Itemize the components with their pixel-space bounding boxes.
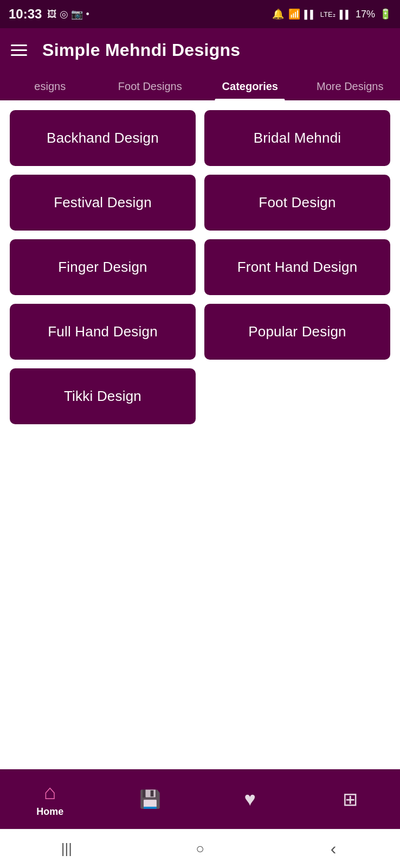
tab-bar: esigns Foot Designs Categories More Desi… — [0, 72, 400, 100]
notification-icons: 🖼 ◎ 📷 • — [47, 8, 89, 20]
android-recent-button[interactable]: ||| — [53, 835, 80, 863]
android-back-button[interactable]: ‹ — [320, 835, 347, 863]
nav-home[interactable]: ⌂ Home — [0, 781, 100, 818]
nav-home-label: Home — [36, 806, 63, 818]
category-tikki[interactable]: Tikki Design — [10, 368, 196, 424]
bottom-nav: ⌂ Home 💾 ♥ ⊞ — [0, 769, 400, 829]
nav-grid[interactable]: ⊞ — [300, 788, 401, 810]
main-content: Backhand Design Bridal Mehndi Festival D… — [0, 100, 400, 769]
app-header: Simple Mehndi Designs — [0, 28, 400, 72]
wifi-icon: 📶 — [288, 8, 300, 20]
battery-percent: 17% — [356, 9, 375, 20]
alarm-icon: 🔔 — [272, 8, 284, 20]
categories-grid: Backhand Design Bridal Mehndi Festival D… — [10, 110, 390, 424]
status-bar: 10:33 🖼 ◎ 📷 • 🔔 📶 ▌▌ LTE₂ ▌▌ 17% 🔋 — [0, 0, 400, 28]
status-time: 10:33 — [9, 7, 42, 22]
save-icon: 💾 — [139, 789, 161, 809]
category-bridal[interactable]: Bridal Mehndi — [204, 110, 390, 166]
battery-icon: 🔋 — [379, 8, 391, 20]
android-nav-bar: ||| ○ ‹ — [0, 829, 400, 868]
nav-favorites[interactable]: ♥ — [200, 788, 300, 810]
nav-saved[interactable]: 💾 — [100, 789, 201, 809]
app-title: Simple Mehndi Designs — [42, 40, 240, 60]
hamburger-line-2 — [11, 49, 27, 51]
grid-icon: ⊞ — [343, 788, 358, 810]
hamburger-menu[interactable] — [11, 44, 27, 56]
tab-designs[interactable]: esigns — [0, 72, 100, 100]
category-backhand[interactable]: Backhand Design — [10, 110, 196, 166]
heart-icon: ♥ — [244, 788, 256, 810]
signal-icon: ▌▌ — [305, 10, 316, 19]
category-fronthand[interactable]: Front Hand Design — [204, 239, 390, 295]
category-festival[interactable]: Festival Design — [10, 175, 196, 231]
tab-more-designs[interactable]: More Designs — [300, 72, 401, 100]
category-popular[interactable]: Popular Design — [204, 304, 390, 360]
android-home-button[interactable]: ○ — [186, 835, 214, 863]
tab-foot-designs[interactable]: Foot Designs — [100, 72, 201, 100]
category-finger[interactable]: Finger Design — [10, 239, 196, 295]
home-icon: ⌂ — [44, 781, 56, 804]
signal2-icon: ▌▌ — [340, 10, 351, 19]
tab-categories[interactable]: Categories — [200, 72, 300, 100]
category-foot[interactable]: Foot Design — [204, 175, 390, 231]
status-left: 10:33 🖼 ◎ 📷 • — [9, 7, 89, 22]
category-fullhand[interactable]: Full Hand Design — [10, 304, 196, 360]
lte-icon: LTE₂ — [320, 10, 336, 18]
hamburger-line-3 — [11, 54, 27, 56]
hamburger-line-1 — [11, 44, 27, 46]
status-right: 🔔 📶 ▌▌ LTE₂ ▌▌ 17% 🔋 — [272, 8, 391, 20]
